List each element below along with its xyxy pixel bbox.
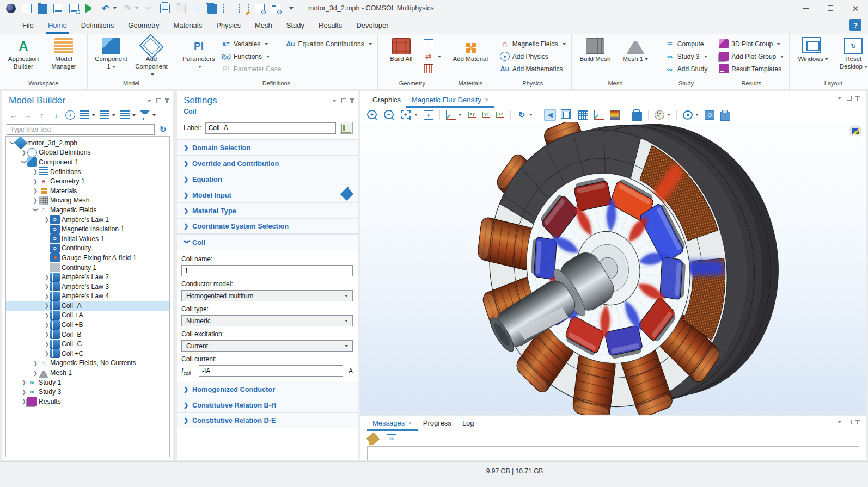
new-file-button[interactable]	[21, 2, 32, 14]
tree-item-motor-3d-2-mph[interactable]: ❯motor_3d_2.mph	[6, 138, 169, 148]
result-templates-button[interactable]: Result Templates	[719, 64, 784, 74]
section-equation[interactable]: ❯Equation	[177, 171, 358, 187]
component-1-button[interactable]: Component 1	[93, 36, 129, 71]
tree-chevron-icon[interactable]: ❯	[21, 389, 27, 395]
zoom-extents-button[interactable]	[423, 109, 435, 121]
tree-filter-input[interactable]	[7, 124, 155, 135]
more-commands-button[interactable]	[286, 2, 297, 14]
panel-menu-icon[interactable]	[838, 421, 842, 423]
panel-pin-icon[interactable]	[857, 420, 858, 424]
section-homogenized-conductor[interactable]: ❯Homogenized Conductor	[177, 381, 358, 397]
tree-chevron-icon[interactable]: ❯	[32, 178, 39, 184]
run-button[interactable]	[84, 2, 95, 14]
build-mesh-button[interactable]: Build Mesh	[577, 36, 613, 63]
maximize-button[interactable]	[818, 0, 843, 16]
add-plot-group-button[interactable]: Add Plot Group	[719, 51, 784, 61]
tree-chevron-icon[interactable]: ❯	[32, 198, 39, 204]
zoom-box-button[interactable]	[400, 110, 419, 120]
section-domain-selection[interactable]: ❯Domain Selection	[177, 139, 358, 155]
tree-item-amp-re-s-law-1[interactable]: ❯Ampère's Law 1	[6, 215, 169, 225]
tree-chevron-icon[interactable]: ❯	[44, 303, 50, 309]
menu-file[interactable]: File	[15, 16, 41, 34]
open-file-button[interactable]	[37, 2, 48, 14]
collapse-all-button[interactable]	[80, 110, 95, 120]
reset-desktop-button[interactable]: Reset Desktop	[835, 36, 868, 71]
coil-name-input[interactable]	[181, 265, 353, 276]
paste-button[interactable]	[175, 2, 186, 14]
section-material-type[interactable]: ❯Material Type	[177, 202, 358, 218]
move-up-button[interactable]	[37, 110, 47, 120]
tree-item-gauge-fixing-for-a-field-1[interactable]: Gauge Fixing for A-field 1	[6, 253, 169, 263]
add-component-button[interactable]: Add Component	[133, 36, 169, 78]
select-box-button[interactable]	[223, 2, 234, 14]
delete-button[interactable]	[207, 2, 218, 14]
tree-chevron-icon[interactable]: ❯	[44, 341, 50, 347]
close-button[interactable]: ✕	[843, 0, 868, 16]
remove-details-button[interactable]	[424, 64, 441, 74]
show-button[interactable]	[65, 110, 75, 120]
zoom-in-button[interactable]	[366, 110, 379, 120]
coil-current-input[interactable]	[199, 365, 343, 377]
tree-item-definitions[interactable]: ❯Definitions	[6, 167, 169, 177]
tree-chevron-icon[interactable]: ❯	[32, 370, 39, 376]
tree-chevron-icon[interactable]: ❯	[44, 350, 50, 356]
tree-chevron-icon[interactable]: ❯	[21, 379, 27, 385]
section-override-and-contribution[interactable]: ❯Override and Contribution	[177, 155, 358, 171]
tree-item-initial-values-1[interactable]: Initial Values 1	[6, 234, 169, 244]
tree-item-component-1[interactable]: ❯Component 1	[6, 157, 169, 167]
tree-chevron-icon[interactable]: ❯	[21, 159, 27, 165]
functions-button[interactable]: Functions	[221, 51, 281, 61]
tree-chevron-icon[interactable]: ❯	[44, 217, 50, 223]
grid-button[interactable]	[577, 109, 589, 121]
redo-button[interactable]	[122, 2, 139, 14]
study-3-button[interactable]: Study 3	[665, 51, 707, 61]
motor-3d-visualization[interactable]	[360, 122, 866, 415]
graphics-canvas[interactable]	[360, 122, 866, 415]
tree-item-magnetic-fields-no-currents[interactable]: ❯Magnetic Fields, No Currents	[6, 359, 169, 368]
variables-button[interactable]: Variables	[221, 39, 281, 49]
save-button[interactable]	[53, 2, 64, 14]
view-yz-button[interactable]: yz	[481, 110, 491, 119]
menu-developer[interactable]: Developer	[349, 16, 395, 34]
find-button[interactable]	[254, 2, 265, 14]
panel-pin-icon[interactable]	[857, 96, 858, 101]
nav-forward-button[interactable]	[23, 110, 33, 120]
clear-selection-button[interactable]	[239, 2, 249, 14]
tab-messages[interactable]: Messages×	[367, 415, 418, 431]
panel-float-icon[interactable]	[847, 420, 852, 424]
expand-all-button[interactable]	[100, 110, 115, 120]
cut-button[interactable]	[144, 2, 155, 14]
panel-float-icon[interactable]	[156, 98, 161, 103]
panel-float-icon[interactable]	[341, 98, 346, 103]
tree-item-study-1[interactable]: ❯Study 1	[6, 378, 169, 387]
comsol-logo-button[interactable]	[5, 2, 16, 14]
camera-button[interactable]	[704, 109, 716, 121]
tree-chevron-icon[interactable]: ❯	[44, 293, 50, 299]
tree-item-coil-a[interactable]: ❯Coil +A	[6, 311, 169, 320]
axes-button[interactable]	[593, 109, 605, 121]
close-tab-icon[interactable]: ×	[408, 419, 412, 427]
tree-item-coil-a[interactable]: ❯Coil -A	[6, 301, 169, 311]
menu-definitions[interactable]: Definitions	[74, 16, 121, 34]
section-constitutive-relation-b-h[interactable]: ❯Constitutive Relation B-H	[177, 397, 358, 412]
windows-button[interactable]: Windows	[795, 36, 831, 63]
add-material-button[interactable]: Add Material	[453, 36, 488, 63]
tab-log[interactable]: Log	[457, 415, 480, 431]
application-builder-button[interactable]: Application Builder	[5, 36, 41, 71]
tree-item-continuity[interactable]: Continuity	[6, 244, 169, 254]
save-search-button[interactable]	[69, 2, 80, 14]
tree-chevron-icon[interactable]: ❯	[44, 283, 50, 289]
menu-home[interactable]: Home	[41, 16, 74, 34]
tree-chevron-icon[interactable]: ❯	[33, 207, 39, 213]
3d-plot-group-button[interactable]: 3D Plot Group	[719, 39, 784, 49]
panel-float-icon[interactable]	[847, 96, 852, 101]
appearance-button[interactable]	[653, 109, 671, 121]
open-in-window-button[interactable]	[386, 433, 398, 445]
tree-item-results[interactable]: ❯Results	[6, 397, 169, 406]
tree-item-study-3[interactable]: ❯Study 3	[6, 387, 169, 397]
tree-item-coil-c[interactable]: ❯Coil +C	[6, 349, 169, 359]
view-xy-button[interactable]: xy	[467, 110, 477, 119]
help-button[interactable]: ?	[849, 19, 861, 31]
panel-pin-icon[interactable]	[351, 98, 353, 103]
coil-excitation-select[interactable]: Current	[181, 340, 353, 352]
